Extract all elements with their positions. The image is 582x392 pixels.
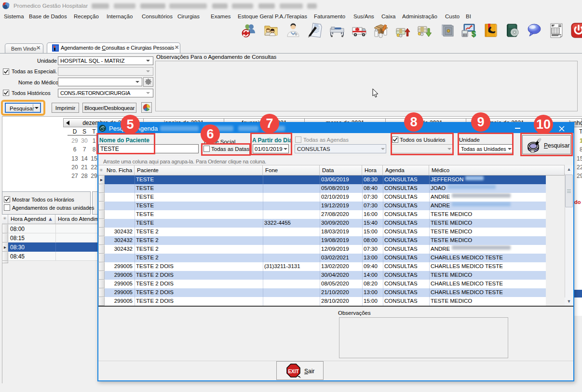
svg-text:EXIT: EXIT	[288, 369, 298, 374]
svg-text:$: $	[472, 30, 476, 38]
